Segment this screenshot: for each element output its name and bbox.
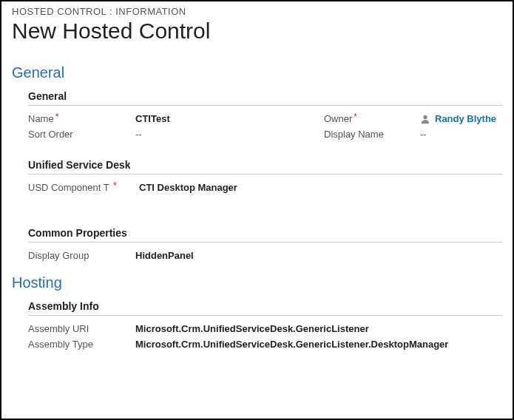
field-assembly-uri[interactable]: Assembly URI Microsoft.Crm.UnifiedServic…	[28, 323, 502, 334]
label-name: Name*	[28, 113, 135, 124]
field-name[interactable]: Name* CTITest	[28, 113, 324, 124]
breadcrumb: HOSTED CONTROL : INFORMATION	[12, 6, 502, 17]
value-usd-component[interactable]: CTI Desktop Manager	[139, 182, 237, 193]
row-sort-display: Sort Order -- Display Name --	[28, 129, 502, 140]
field-sort-order[interactable]: Sort Order --	[28, 129, 324, 140]
label-name-text: Name	[28, 113, 54, 124]
label-owner-text: Owner	[324, 113, 352, 124]
required-marker: *	[55, 113, 59, 122]
label-display-name: Display Name	[324, 129, 420, 140]
label-usd-component-text: USD Component T	[28, 182, 109, 193]
value-owner: Randy Blythe	[420, 113, 496, 124]
section-hosting-header: Hosting	[12, 274, 502, 291]
owner-link[interactable]: Randy Blythe	[435, 113, 496, 124]
required-marker: *	[113, 182, 117, 191]
section-general-body: General Name* CTITest Owner*	[12, 90, 502, 261]
row-name-owner: Name* CTITest Owner* Randy Blythe	[28, 113, 502, 124]
subsection-usd-header: Unified Service Desk	[28, 159, 502, 175]
row-assembly-uri: Assembly URI Microsoft.Crm.UnifiedServic…	[28, 323, 502, 334]
label-assembly-uri: Assembly URI	[28, 323, 135, 334]
section-general-header: General	[12, 64, 502, 81]
required-marker: *	[354, 113, 357, 122]
field-display-name[interactable]: Display Name --	[324, 129, 502, 140]
value-display-name[interactable]: --	[420, 129, 427, 140]
label-display-group: Display Group	[28, 250, 135, 261]
form-frame: HOSTED CONTROL : INFORMATION New Hosted …	[0, 0, 514, 420]
label-assembly-type: Assembly Type	[28, 339, 135, 350]
subsection-general-header: General	[28, 90, 502, 106]
page-title: New Hosted Control	[12, 18, 502, 44]
row-assembly-type: Assembly Type Microsoft.Crm.UnifiedServi…	[28, 339, 502, 350]
value-assembly-type[interactable]: Microsoft.Crm.UnifiedServiceDesk.Generic…	[135, 339, 448, 350]
row-display-group: Display Group HiddenPanel	[28, 250, 502, 261]
label-owner: Owner*	[324, 113, 420, 124]
label-sort-order: Sort Order	[28, 129, 135, 140]
person-icon	[420, 114, 430, 124]
svg-point-0	[423, 115, 427, 118]
value-name[interactable]: CTITest	[135, 113, 170, 124]
field-display-group[interactable]: Display Group HiddenPanel	[28, 250, 324, 261]
value-assembly-uri[interactable]: Microsoft.Crm.UnifiedServiceDesk.Generic…	[135, 323, 369, 334]
field-owner[interactable]: Owner* Randy Blythe	[324, 113, 502, 124]
label-usd-component: USD Component T *	[28, 182, 139, 193]
field-assembly-type[interactable]: Assembly Type Microsoft.Crm.UnifiedServi…	[28, 339, 502, 350]
subsection-assembly-header: Assembly Info	[28, 300, 502, 316]
value-display-group[interactable]: HiddenPanel	[135, 250, 194, 261]
field-usd-component[interactable]: USD Component T * CTI Desktop Manager	[28, 182, 324, 193]
subsection-common-header: Common Properties	[28, 227, 502, 243]
row-usd-component: USD Component T * CTI Desktop Manager	[28, 182, 502, 193]
value-sort-order[interactable]: --	[135, 129, 142, 140]
section-hosting-body: Assembly Info Assembly URI Microsoft.Crm…	[12, 300, 502, 350]
